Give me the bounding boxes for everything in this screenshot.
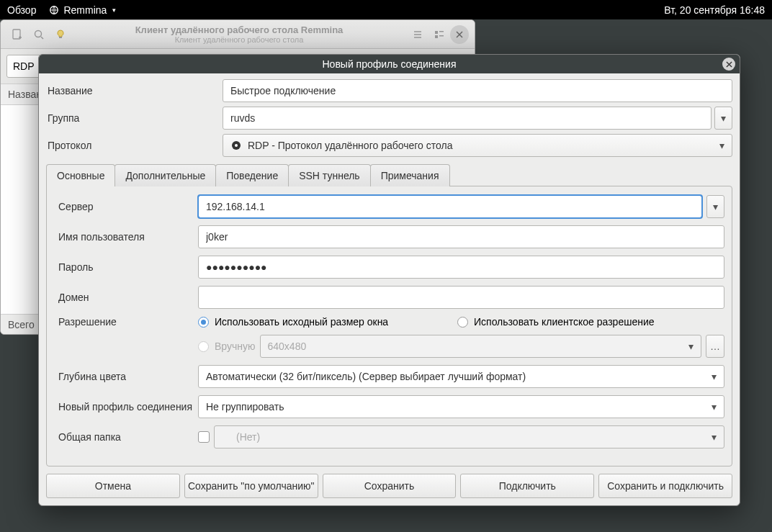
rdp-icon [230,140,242,151]
newprofile-select[interactable]: Не группировать ▾ [198,395,724,418]
chevron-down-icon: ▾ [688,341,694,352]
password-input[interactable] [198,256,724,279]
username-input[interactable] [198,225,724,248]
grid-icon[interactable] [428,24,450,45]
label-password: Пароль [54,261,198,273]
label-resolution: Разрешение [54,316,198,328]
save-default-button[interactable]: Сохранить "по умолчанию" [184,474,318,498]
protocol-select[interactable]: RDP - Протокол удалённого рабочего стола… [223,134,732,157]
save-button[interactable]: Сохранить [323,474,457,498]
dialog-button-row: Отмена Сохранить "по умолчанию" Сохранит… [46,474,732,498]
chevron-down-icon: ▾ [712,431,717,443]
resolution-radio-client[interactable]: Использовать клиентское разрешение [457,316,695,328]
chevron-down-icon: ▾ [719,140,724,151]
label-newprofile: Новый профиль соединения [54,401,198,412]
tab-panel-basic: Сервер ▾ Имя пользователя Пароль Домен Р… [46,186,732,466]
resolution-radio-original[interactable]: Использовать исходный размер окна [198,316,436,328]
dialog-titlebar: Новый профиль соединения [39,55,740,73]
save-connect-button[interactable]: Сохранить и подключить [598,474,732,498]
label-colordepth: Глубина цвета [54,371,198,382]
svg-point-9 [235,144,238,147]
main-title: Клиент удалённого рабочего стола Remmina [71,24,407,35]
chevron-down-icon: ▾ [712,401,717,412]
svg-point-2 [35,30,42,37]
new-connection-icon[interactable] [6,24,28,45]
server-dropdown-button[interactable]: ▾ [706,195,724,218]
bulb-icon[interactable] [50,24,71,45]
search-icon[interactable] [28,24,50,45]
status-text: Всего [8,319,35,330]
domain-input[interactable] [198,286,724,309]
app-menu-label: Remmina [63,4,107,16]
sharedfolder-select: (Нет) ▾ [214,425,724,448]
sharedfolder-checkbox[interactable] [198,431,210,443]
main-subtitle: Клиент удалённого рабочего стола [71,35,407,44]
svg-rect-3 [59,37,62,38]
close-icon[interactable] [450,25,469,44]
resolution-radio-custom[interactable]: Вручную [198,341,256,352]
connect-button[interactable]: Подключить [460,474,594,498]
label-username: Имя пользователя [54,231,198,243]
cancel-button[interactable]: Отмена [46,474,180,498]
tab-notes[interactable]: Примечания [370,164,450,186]
dialog-title: Новый профиль соединения [322,58,456,70]
new-profile-dialog: Новый профиль соединения Название Группа… [38,54,740,506]
tab-ssh[interactable]: SSH туннель [288,164,371,186]
name-input[interactable] [223,79,732,102]
clock[interactable]: Вт, 20 сентября 16:48 [664,4,765,16]
dialog-close-icon[interactable] [722,58,735,71]
gnome-topbar: Обзор Remmina ▾ Вт, 20 сентября 16:48 [0,0,772,19]
svg-rect-6 [435,35,438,38]
tab-basic[interactable]: Основные [46,164,115,186]
activities-button[interactable]: Обзор [7,4,36,16]
chevron-down-icon: ▾ [712,371,717,382]
label-sharedfolder: Общая папка [54,431,198,443]
server-input[interactable] [198,195,702,218]
label-domain: Домен [54,292,198,303]
resolution-custom-select: 640x480 ▾ [260,335,702,358]
group-input[interactable] [223,107,712,130]
label-name: Название [46,85,223,96]
group-dropdown-button[interactable]: ▾ [714,107,732,130]
svg-rect-4 [435,31,438,34]
hamburger-icon[interactable] [407,24,428,45]
label-server: Сервер [54,201,198,212]
svg-rect-5 [439,31,444,32]
remmina-icon [49,5,59,15]
resolution-more-button[interactable]: … [706,335,724,358]
tabs: Основные Дополнительные Поведение SSH ту… [46,164,732,186]
tab-behavior[interactable]: Поведение [215,164,289,186]
svg-rect-7 [439,35,444,37]
colordepth-select[interactable]: Автоматически (32 бит/пиксель) (Сервер в… [198,365,724,388]
label-group: Группа [46,112,223,124]
label-protocol: Протокол [46,140,223,151]
app-menu[interactable]: Remmina ▾ [49,4,116,16]
chevron-down-icon: ▾ [112,6,116,14]
main-titlebar: Клиент удалённого рабочего стола Remmina… [1,20,475,49]
tab-advanced[interactable]: Дополнительные [115,164,216,186]
